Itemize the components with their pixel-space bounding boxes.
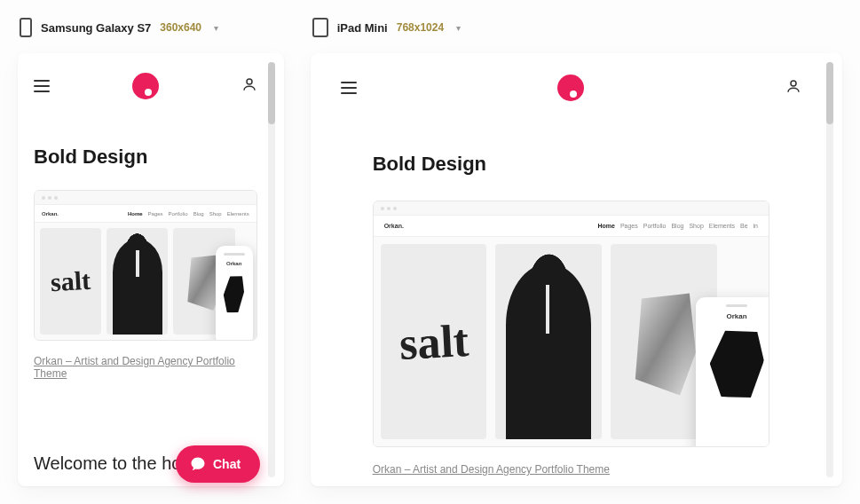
mock-brand: Orkan. <box>384 223 404 229</box>
device-dimensions: 360x640 <box>160 21 201 34</box>
page-header <box>320 62 823 114</box>
viewport-galaxy: Bold Design Orkan. HomePagesPortfolioBlo… <box>18 53 284 486</box>
viewport-content[interactable]: Bold Design Orkan. HomePagesPortfolioBlo… <box>320 62 823 477</box>
chat-label: Chat <box>213 457 241 471</box>
browser-titlebar <box>35 191 256 205</box>
mock-nav-links: HomePagesPortfolioBlogShopElements <box>128 211 249 217</box>
browser-nav: Orkan. HomePagesPortfolioBlogShopElement… <box>35 205 256 223</box>
chat-icon <box>190 456 206 472</box>
page-header <box>27 62 264 110</box>
svg-point-0 <box>247 79 252 84</box>
device-header-ipad[interactable]: iPad Mini 768x1024 ▾ <box>311 18 842 37</box>
preview-gallery: salt Orkan <box>374 237 769 446</box>
gallery-tile-salt: salt <box>381 244 487 439</box>
device-name: Samsung Galaxy S7 <box>41 21 151 35</box>
device-header-galaxy[interactable]: Samsung Galaxy S7 360x640 ▾ <box>18 18 284 37</box>
scrollbar-thumb[interactable] <box>268 62 275 124</box>
user-icon[interactable] <box>785 78 801 98</box>
phone-mockup: Orkan <box>216 246 253 341</box>
device-name: iPad Mini <box>337 21 388 35</box>
viewport-content[interactable]: Bold Design Orkan. HomePagesPortfolioBlo… <box>27 62 264 477</box>
browser-nav: Orkan. HomePagesPortfolioBlogShopElement… <box>374 216 769 237</box>
gallery-tile-figure <box>495 244 602 439</box>
tablet-icon <box>312 18 328 37</box>
scrollbar-thumb[interactable] <box>826 62 833 124</box>
phone-mockup: Orkan <box>696 297 769 447</box>
brand-logo[interactable] <box>132 73 159 99</box>
device-dimensions: 768x1024 <box>397 21 444 34</box>
browser-titlebar <box>374 201 769 216</box>
section-heading: Bold Design <box>320 114 823 201</box>
chevron-down-icon[interactable]: ▾ <box>456 23 461 33</box>
brand-logo[interactable] <box>557 75 584 101</box>
social-icon: Be <box>740 223 748 229</box>
hamburger-menu-icon[interactable] <box>34 80 50 92</box>
scrollbar[interactable] <box>826 62 833 477</box>
mock-nav-links: HomePagesPortfolioBlogShopElements Bein <box>597 223 758 229</box>
social-icon: in <box>753 223 758 229</box>
scrollbar[interactable] <box>268 62 275 477</box>
section-heading: Bold Design <box>27 110 264 190</box>
viewport-ipad: Bold Design Orkan. HomePagesPortfolioBlo… <box>311 53 842 486</box>
phone-icon <box>20 18 32 37</box>
user-icon[interactable] <box>241 76 257 96</box>
gallery-tile-figure <box>107 228 168 335</box>
theme-link[interactable]: Orkan – Artist and Design Agency Portfol… <box>320 447 823 476</box>
mock-brand: Orkan. <box>42 211 59 217</box>
hamburger-menu-icon[interactable] <box>341 82 357 94</box>
gallery-tile-salt: salt <box>40 228 101 335</box>
theme-preview-browser[interactable]: Orkan. HomePagesPortfolioBlogShopElement… <box>34 190 257 341</box>
chevron-down-icon[interactable]: ▾ <box>214 23 218 33</box>
theme-link[interactable]: Orkan – Artist and Design Agency Portfol… <box>27 341 264 380</box>
preview-gallery: salt Orkan <box>35 223 256 340</box>
svg-point-1 <box>791 81 796 86</box>
chat-button[interactable]: Chat <box>176 445 260 483</box>
theme-preview-browser[interactable]: Orkan. HomePagesPortfolioBlogShopElement… <box>373 201 769 447</box>
